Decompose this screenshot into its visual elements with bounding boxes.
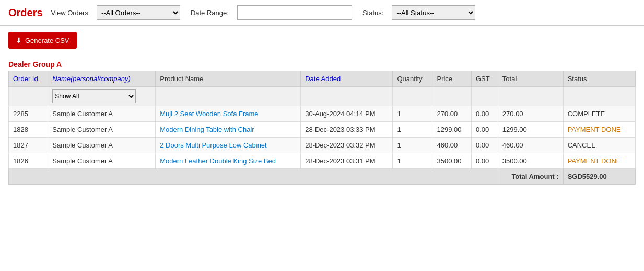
- cell-product-name: Muji 2 Seat Wooden Sofa Frame: [156, 106, 301, 122]
- cell-order-id: 1828: [9, 122, 48, 138]
- date-range-label: Date Range:: [191, 9, 229, 17]
- cell-status: COMPLETE: [563, 106, 635, 122]
- view-orders-label: View Orders: [51, 9, 88, 17]
- cell-price: 3500.00: [432, 153, 471, 169]
- cell-gst: 0.00: [471, 122, 498, 138]
- total-amount-label: Total Amount :: [498, 169, 563, 185]
- cell-total: 1299.00: [498, 122, 563, 138]
- col-total: Total: [498, 71, 563, 87]
- name-filter-select[interactable]: Show All: [52, 89, 136, 103]
- filter-order-id: [9, 87, 48, 106]
- filter-status: [563, 87, 635, 106]
- cell-gst: 0.00: [471, 153, 498, 169]
- cell-quantity: 1: [393, 138, 432, 153]
- page-title: Orders: [8, 7, 43, 19]
- col-price: Price: [432, 71, 471, 87]
- gst-header: GST: [476, 75, 490, 83]
- filter-date: [301, 87, 393, 106]
- cell-order-id: 1826: [9, 153, 48, 169]
- product-link[interactable]: 2 Doors Multi Purpose Low Cabinet: [160, 141, 267, 149]
- total-row-spacer: [9, 169, 498, 185]
- table-row: 2285 Sample Customer A Muji 2 Seat Woode…: [9, 106, 636, 122]
- cell-quantity: 1: [393, 122, 432, 138]
- cell-price: 1299.00: [432, 122, 471, 138]
- filter-total: [498, 87, 563, 106]
- product-link[interactable]: Muji 2 Seat Wooden Sofa Frame: [160, 110, 258, 118]
- cell-order-id: 2285: [9, 106, 48, 122]
- cell-product-name: 2 Doors Multi Purpose Low Cabinet: [156, 138, 301, 153]
- cell-status: PAYMENT DONE: [563, 153, 635, 169]
- col-name: Name(personal/company): [48, 71, 156, 87]
- cell-date-added: 28-Dec-2023 03:33 PM: [301, 122, 393, 138]
- csv-button-label: Generate CSV: [25, 37, 69, 44]
- total-header: Total: [502, 75, 517, 83]
- total-row: Total Amount : SGD5529.00: [9, 169, 636, 185]
- quantity-header: Quantity: [397, 75, 422, 83]
- order-id-sort-link[interactable]: Order Id: [13, 75, 38, 83]
- cell-total: 3500.00: [498, 153, 563, 169]
- cell-name: Sample Customer A: [48, 106, 156, 122]
- date-range-input[interactable]: [237, 5, 352, 20]
- cell-date-added: 28-Dec-2023 03:32 PM: [301, 138, 393, 153]
- filter-product: [156, 87, 301, 106]
- product-name-header: Product Name: [160, 75, 203, 83]
- status-header: Status: [568, 75, 587, 83]
- toolbar: ⬇ Generate CSV: [0, 26, 644, 55]
- cell-name: Sample Customer A: [48, 122, 156, 138]
- col-quantity: Quantity: [393, 71, 432, 87]
- cell-date-added: 28-Dec-2023 03:31 PM: [301, 153, 393, 169]
- cell-status: PAYMENT DONE: [563, 122, 635, 138]
- total-amount-value: SGD5529.00: [563, 169, 635, 185]
- generate-csv-button[interactable]: ⬇ Generate CSV: [8, 32, 77, 49]
- table-row: 1826 Sample Customer A Modern Leather Do…: [9, 153, 636, 169]
- download-icon: ⬇: [16, 36, 22, 44]
- filter-row: Show All: [9, 87, 636, 106]
- cell-product-name: Modern Dining Table with Chair: [156, 122, 301, 138]
- table-row: 1827 Sample Customer A 2 Doors Multi Pur…: [9, 138, 636, 153]
- name-sort-link[interactable]: Name(personal/company): [52, 75, 131, 83]
- price-header: Price: [437, 75, 452, 83]
- cell-name: Sample Customer A: [48, 138, 156, 153]
- view-orders-select[interactable]: --All Orders--: [97, 5, 180, 20]
- col-date-added: Date Added: [301, 71, 393, 87]
- orders-table: Order Id Name(personal/company) Product …: [8, 71, 636, 185]
- date-added-sort-link[interactable]: Date Added: [305, 75, 341, 83]
- cell-status: CANCEL: [563, 138, 635, 153]
- cell-price: 460.00: [432, 138, 471, 153]
- top-bar: Orders View Orders --All Orders-- Date R…: [0, 0, 644, 26]
- filter-price: [432, 87, 471, 106]
- cell-order-id: 1827: [9, 138, 48, 153]
- cell-product-name: Modern Leather Double King Size Bed: [156, 153, 301, 169]
- orders-table-wrapper: Order Id Name(personal/company) Product …: [0, 71, 644, 193]
- cell-date-added: 30-Aug-2024 04:14 PM: [301, 106, 393, 122]
- col-gst: GST: [471, 71, 498, 87]
- product-link[interactable]: Modern Leather Double King Size Bed: [160, 157, 276, 165]
- cell-quantity: 1: [393, 106, 432, 122]
- filter-gst: [471, 87, 498, 106]
- table-row: 1828 Sample Customer A Modern Dining Tab…: [9, 122, 636, 138]
- cell-total: 460.00: [498, 138, 563, 153]
- cell-price: 270.00: [432, 106, 471, 122]
- product-link[interactable]: Modern Dining Table with Chair: [160, 126, 254, 133]
- col-status: Status: [563, 71, 635, 87]
- status-label: Status:: [362, 9, 383, 17]
- col-order-id: Order Id: [9, 71, 48, 87]
- table-header-row: Order Id Name(personal/company) Product …: [9, 71, 636, 87]
- cell-gst: 0.00: [471, 138, 498, 153]
- cell-total: 270.00: [498, 106, 563, 122]
- cell-quantity: 1: [393, 153, 432, 169]
- cell-name: Sample Customer A: [48, 153, 156, 169]
- cell-gst: 0.00: [471, 106, 498, 122]
- col-product-name: Product Name: [156, 71, 301, 87]
- filter-name-cell: Show All: [48, 87, 156, 106]
- status-select[interactable]: --All Status--: [392, 5, 475, 20]
- dealer-group-label: Dealer Group A: [0, 55, 644, 71]
- filter-qty: [393, 87, 432, 106]
